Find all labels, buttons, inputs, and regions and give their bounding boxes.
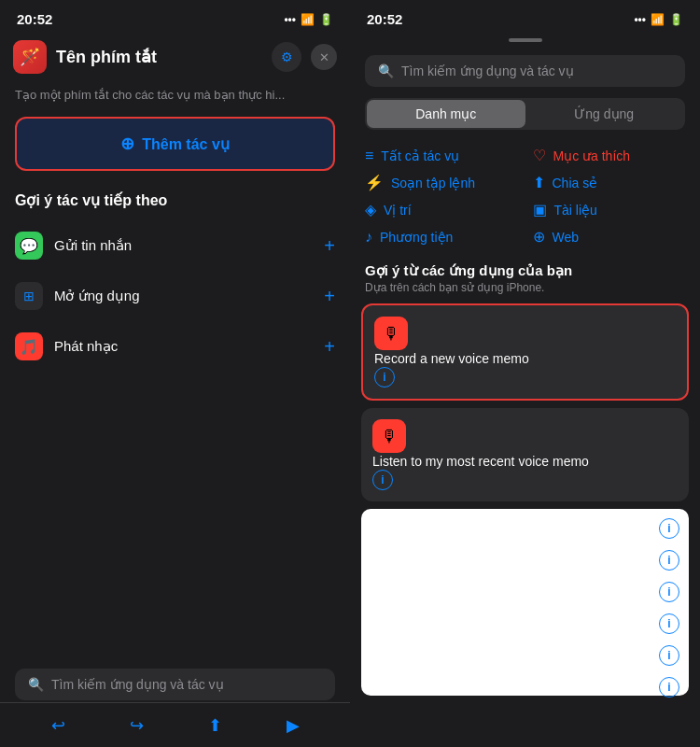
left-panel: 20:52 ••• 📶 🔋 🪄 Tên phím tắt ⚙ ✕ Tạo một… bbox=[0, 0, 350, 747]
voice-memo-icon-2: 🎙 bbox=[372, 419, 406, 453]
info-button-3[interactable]: i bbox=[659, 518, 679, 539]
info-button-2[interactable]: i bbox=[372, 470, 393, 490]
drag-handle bbox=[509, 38, 542, 42]
app-icon-symbol: 🪄 bbox=[20, 47, 40, 67]
cat-scripting-label: Soạn tập lệnh bbox=[391, 176, 475, 190]
right-battery-icon: 🔋 bbox=[669, 13, 683, 26]
plus-icon: ⊕ bbox=[120, 134, 134, 154]
suggestions-label: Gợi ý tác vụ tiếp theo bbox=[0, 171, 350, 220]
cat-media[interactable]: ♪ Phương tiện bbox=[365, 228, 518, 246]
share-icon: ⬆ bbox=[533, 174, 545, 191]
cat-web-label: Web bbox=[553, 230, 580, 245]
left-search-icon: 🔍 bbox=[28, 677, 44, 692]
cat-location-label: Vị trí bbox=[384, 203, 412, 218]
cat-documents-label: Tài liệu bbox=[554, 203, 597, 218]
media-icon: ♪ bbox=[365, 229, 372, 246]
cat-share[interactable]: ⬆ Chia sẻ bbox=[533, 174, 686, 191]
music-icon: 🎵 bbox=[15, 332, 43, 360]
message-icon: 💬 bbox=[15, 232, 43, 260]
white-box-area: i i i i i i bbox=[361, 509, 689, 696]
suggestion-item-message[interactable]: 💬 Gửi tin nhắn + bbox=[0, 220, 350, 271]
right-signal-icon: ••• bbox=[634, 13, 646, 26]
right-panel: 20:52 ••• 📶 🔋 🔍 Tìm kiếm ứng dụng và tác… bbox=[350, 0, 700, 747]
tab-categories[interactable]: Danh mục bbox=[367, 100, 525, 128]
right-status-icons: ••• 📶 🔋 bbox=[634, 13, 683, 26]
right-search-icon: 🔍 bbox=[378, 63, 394, 78]
cat-media-label: Phương tiện bbox=[380, 230, 453, 245]
right-search-placeholder: Tìm kiếm ứng dụng và tác vụ bbox=[401, 63, 574, 78]
doc-icon: ▣ bbox=[533, 201, 547, 218]
suggestion-section-subtitle: Dựa trên cách bạn sử dụng iPhone. bbox=[350, 281, 700, 303]
info-button-6[interactable]: i bbox=[659, 613, 679, 634]
action-listen-label: Listen to my most recent voice memo bbox=[372, 454, 589, 469]
info-button-1[interactable]: i bbox=[374, 367, 395, 388]
suggestion-openapp-label: Mở ứng dụng bbox=[54, 288, 313, 304]
info-button-7[interactable]: i bbox=[659, 645, 679, 666]
back-button[interactable]: ↩ bbox=[51, 715, 65, 736]
cat-web[interactable]: ⊕ Web bbox=[533, 228, 686, 246]
heart-icon: ♡ bbox=[533, 147, 546, 164]
voice-memo-icon-1: 🎙 bbox=[374, 317, 408, 350]
categories-grid: ≡ Tất cả tác vụ ♡ Mục ưa thích ⚡ Soạn tậ… bbox=[350, 143, 700, 257]
shortcut-name[interactable]: Tên phím tắt bbox=[56, 47, 262, 67]
suggestion-music-label: Phát nhạc bbox=[54, 338, 313, 355]
left-status-icons: ••• 📶 🔋 bbox=[284, 13, 333, 26]
right-wifi-icon: 📶 bbox=[651, 13, 665, 26]
action-record-voice-memo[interactable]: 🎙 Record a new voice memo i bbox=[361, 303, 689, 401]
list-icon: ≡ bbox=[365, 148, 373, 164]
battery-icon: 🔋 bbox=[319, 13, 333, 26]
right-search-bar[interactable]: 🔍 Tìm kiếm ứng dụng và tác vụ bbox=[365, 55, 685, 87]
tab-apps[interactable]: Ứng dụng bbox=[525, 100, 684, 128]
left-time: 20:52 bbox=[17, 11, 52, 27]
suggestion-section-title: Gợi ý từ các ứng dụng của bạn bbox=[350, 257, 700, 281]
cat-documents[interactable]: ▣ Tài liệu bbox=[533, 201, 686, 218]
cat-share-label: Chia sẻ bbox=[553, 176, 598, 190]
left-status-bar: 20:52 ••• 📶 🔋 bbox=[0, 0, 350, 33]
script-icon: ⚡ bbox=[365, 174, 384, 191]
cat-favorites[interactable]: ♡ Mục ưa thích bbox=[533, 147, 686, 164]
cat-all-label: Tất cả tác vụ bbox=[381, 148, 459, 163]
left-header: 🪄 Tên phím tắt ⚙ ✕ bbox=[0, 33, 350, 83]
add-action-button[interactable]: ⊕ Thêm tác vụ bbox=[15, 117, 335, 171]
cat-favorites-label: Mục ưa thích bbox=[553, 148, 631, 163]
info-button-8[interactable]: i bbox=[659, 677, 679, 698]
location-icon: ◈ bbox=[365, 201, 376, 218]
action-record-label: Record a new voice memo bbox=[374, 351, 529, 366]
suggestion-openapp-add-icon[interactable]: + bbox=[324, 286, 335, 307]
close-button[interactable]: ✕ bbox=[311, 44, 337, 70]
suggestion-item-music[interactable]: 🎵 Phát nhạc + bbox=[0, 321, 350, 372]
left-search-placeholder: Tìm kiếm ứng dụng và tác vụ bbox=[51, 677, 224, 692]
tabs-row: Danh mục Ứng dụng bbox=[365, 98, 685, 130]
cat-scripting[interactable]: ⚡ Soạn tập lệnh bbox=[365, 174, 518, 191]
description-text: Tạo một phím tắt cho các tác vụ mà bạn t… bbox=[0, 83, 350, 117]
suggestion-item-openapp[interactable]: ⊞ Mở ứng dụng + bbox=[0, 271, 350, 321]
action-listen-voice-memo[interactable]: 🎙 Listen to my most recent voice memo i bbox=[361, 408, 689, 501]
left-toolbar: ↩ ↪ ⬆ ▶ bbox=[0, 702, 350, 747]
cat-location[interactable]: ◈ Vị trí bbox=[365, 201, 518, 218]
close-icon: ✕ bbox=[319, 50, 329, 64]
info-button-5[interactable]: i bbox=[659, 582, 679, 602]
info-button-4[interactable]: i bbox=[659, 550, 679, 571]
cat-all-tasks[interactable]: ≡ Tất cả tác vụ bbox=[365, 147, 518, 164]
wifi-icon: 📶 bbox=[301, 13, 315, 26]
openapp-icon: ⊞ bbox=[15, 282, 43, 310]
forward-button[interactable]: ↪ bbox=[130, 715, 144, 736]
suggestion-music-add-icon[interactable]: + bbox=[324, 336, 335, 358]
right-status-bar: 20:52 ••• 📶 🔋 bbox=[350, 0, 700, 33]
right-time: 20:52 bbox=[367, 11, 402, 27]
filter-icon: ⚙ bbox=[281, 49, 293, 64]
play-button[interactable]: ▶ bbox=[287, 715, 300, 736]
signal-icon: ••• bbox=[284, 13, 296, 26]
filter-button[interactable]: ⚙ bbox=[272, 42, 301, 72]
suggestion-add-icon[interactable]: + bbox=[324, 235, 335, 257]
left-search-bar[interactable]: 🔍 Tìm kiếm ứng dụng và tác vụ bbox=[15, 669, 335, 700]
add-action-label: Thêm tác vụ bbox=[142, 135, 230, 153]
web-icon: ⊕ bbox=[533, 228, 545, 246]
app-icon: 🪄 bbox=[13, 40, 47, 74]
suggestion-message-label: Gửi tin nhắn bbox=[54, 237, 313, 254]
share-button[interactable]: ⬆ bbox=[208, 715, 222, 736]
